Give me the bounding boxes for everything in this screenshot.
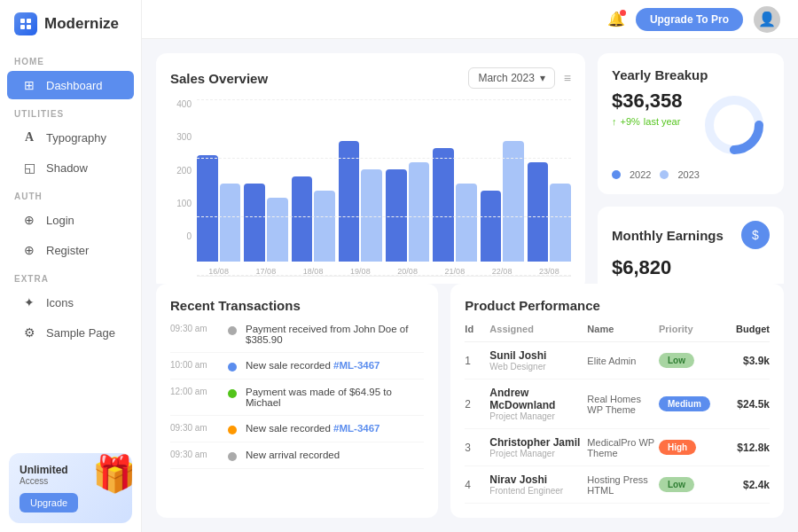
col-header-priority: Priority: [659, 324, 721, 334]
tx-dot: [228, 426, 237, 434]
monthly-earnings-card: Monthly Earnings $ $6,820 ↑ +9% last yea…: [598, 207, 784, 284]
dashboard-icon: ⊞: [21, 78, 37, 92]
sales-chart: 400 300 200 100 0: [170, 99, 571, 277]
typography-icon: A: [21, 130, 37, 145]
bar-label: 18/08: [303, 267, 324, 276]
sidebar-item-label: Sample Page: [46, 326, 115, 340]
menu-icon[interactable]: ≡: [564, 71, 571, 85]
col-header-name: Name: [587, 324, 659, 334]
sidebar-item-label: Register: [46, 244, 89, 257]
row-priority: Low: [659, 477, 721, 492]
sidebar-item-shadow[interactable]: ◱ Shadow: [7, 153, 134, 182]
upgrade-blob: 🎁: [92, 453, 132, 495]
sidebar-item-typography[interactable]: A Typography: [7, 123, 134, 152]
left-column: Sales Overview March 2023 ▾ ≡ 400 300: [156, 53, 585, 270]
svg-rect-1: [27, 19, 31, 23]
row-assigned: Christopher Jamil Project Manager: [489, 436, 587, 458]
row-priority: Medium: [659, 396, 721, 411]
bar-light: [550, 184, 571, 262]
priority-badge: Low: [659, 353, 694, 368]
tx-dot: [228, 326, 237, 335]
row-product: MedicalPro WP Theme: [587, 437, 659, 458]
tx-text: New sale recorded #ML-3467: [246, 423, 380, 434]
bar-label: 17/08: [256, 267, 277, 276]
tx-link[interactable]: #ML-3467: [333, 423, 379, 434]
product-table-body: 1 Sunil Joshi Web Designer Elite Admin L…: [465, 342, 770, 504]
row-budget: $3.9k: [721, 355, 770, 367]
row-budget: $12.8k: [721, 442, 770, 454]
date-selector[interactable]: March 2023 ▾: [468, 67, 554, 89]
monthly-header: Monthly Earnings $: [612, 221, 770, 249]
sidebar-item-sample[interactable]: ⚙ Sample Page: [7, 318, 134, 347]
header: 🔔 Upgrade To Pro 👤: [142, 0, 798, 39]
row-priority: Low: [659, 353, 721, 368]
up-arrow-icon: ↑: [612, 116, 617, 127]
notification-button[interactable]: 🔔: [607, 11, 625, 27]
svg-rect-3: [27, 25, 31, 29]
right-column: Yearly Breakup $36,358 ↑ +9% last year: [598, 53, 784, 270]
bar-dark: [433, 148, 454, 262]
shadow-icon: ◱: [21, 160, 37, 175]
legend-dot-2022: [612, 170, 621, 179]
sidebar-item-label: Login: [46, 214, 74, 227]
app-logo: Modernize: [0, 0, 141, 48]
yearly-breakup-card: Yearly Breakup $36,358 ↑ +9% last year: [598, 53, 784, 194]
sales-title: Sales Overview: [170, 71, 268, 86]
bar-group: 16/08: [197, 120, 240, 276]
table-header: Id Assigned Name Priority Budget: [465, 318, 770, 342]
tx-text: Payment received from John Doe of $385.9…: [246, 324, 424, 345]
bar-group: 22/08: [481, 120, 524, 276]
bar-dark: [339, 141, 360, 262]
tx-dot: [228, 389, 237, 398]
sample-icon: ⚙: [21, 325, 37, 340]
legend-label-2023: 2023: [677, 169, 699, 180]
transaction-item: 09:30 amNew sale recorded #ML-3467: [170, 416, 424, 442]
legend-dot-2023: [660, 170, 669, 179]
row-assigned: Nirav Joshi Frontend Engineer: [489, 473, 587, 496]
tx-time: 09:30 am: [170, 324, 219, 333]
tx-text: Payment was made of $64.95 to Michael: [246, 387, 424, 408]
legend-label-2022: 2022: [630, 169, 651, 180]
row-product: Hosting Press HTML: [587, 474, 659, 496]
tx-text: New arrival recorded: [246, 450, 340, 460]
transactions-list: 09:30 amPayment received from John Doe o…: [170, 317, 424, 469]
table-row: 2 Andrew McDownland Project Manager Real…: [465, 379, 770, 429]
svg-rect-2: [20, 25, 25, 29]
upgrade-pro-button[interactable]: Upgrade To Pro: [636, 8, 743, 31]
sidebar-item-label: Shadow: [46, 161, 88, 175]
transaction-item: 09:30 amNew arrival recorded: [170, 442, 424, 469]
row-priority: High: [659, 440, 721, 455]
bar-light: [267, 198, 288, 262]
section-label-home: HOME: [0, 48, 141, 70]
table-row: 3 Christopher Jamil Project Manager Medi…: [465, 429, 770, 466]
bar-group: 19/08: [339, 120, 382, 276]
bar-light: [503, 141, 524, 262]
upgrade-button[interactable]: Upgrade: [20, 493, 78, 512]
bar-light: [456, 184, 477, 262]
product-title: Product Performance: [465, 298, 770, 313]
icons-icon: ✦: [21, 295, 37, 309]
assign-name: Nirav Joshi: [489, 473, 587, 486]
assign-role: Frontend Engineer: [489, 486, 587, 496]
bar-group: 20/08: [386, 120, 429, 276]
row-budget: $2.4k: [721, 479, 770, 491]
table-row: 4 Nirav Joshi Frontend Engineer Hosting …: [465, 466, 770, 504]
sidebar-item-icons[interactable]: ✦ Icons: [7, 288, 134, 317]
y-axis: 400 300 200 100 0: [170, 99, 192, 259]
sidebar-item-login[interactable]: ⊕ Login: [7, 206, 134, 234]
y-label-200: 200: [170, 166, 192, 176]
row-product: Real Homes WP Theme: [587, 394, 659, 415]
chevron-down-icon: ▾: [540, 72, 545, 84]
bar-group: 21/08: [433, 120, 476, 276]
tx-link[interactable]: #ML-3467: [333, 360, 379, 371]
y-label-400: 400: [170, 99, 192, 109]
sidebar-item-dashboard[interactable]: ⊞ Dashboard: [7, 71, 134, 99]
section-label-auth: AUTH: [0, 183, 141, 205]
row-budget: $24.5k: [721, 398, 770, 411]
priority-badge: Low: [659, 477, 694, 492]
product-performance-card: Product Performance Id Assigned Name Pri…: [450, 284, 784, 518]
bar-label: 23/08: [539, 267, 559, 276]
user-avatar[interactable]: 👤: [754, 6, 780, 33]
y-label-0: 0: [170, 231, 192, 241]
sidebar-item-register[interactable]: ⊕ Register: [7, 236, 134, 264]
